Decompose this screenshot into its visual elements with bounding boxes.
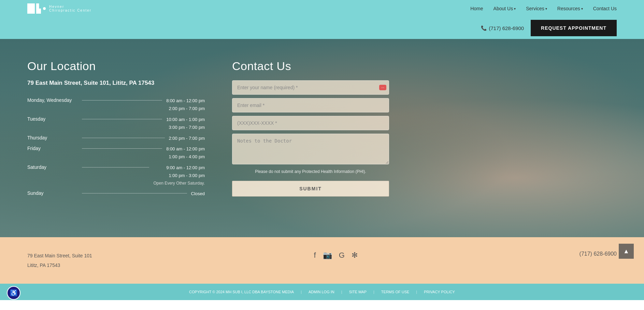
hours-times: 10:00 am - 1:00 pm 3:00 pm - 7:00 pm: [166, 116, 205, 132]
hours-row-sat: Saturday 9:00 am - 12:00 pm 1:00 pm - 3:…: [27, 164, 205, 187]
logo-rect2: [36, 3, 41, 14]
admin-login-link[interactable]: ADMIN LOG IN: [309, 290, 334, 294]
phone-link[interactable]: 📞 (717) 628-6900: [481, 25, 524, 31]
hours-divider: [82, 148, 162, 149]
hours-day-label: Tuesday: [27, 116, 82, 122]
main-nav: Home About Us ▾ Services ▾ Resources ▾ C…: [470, 6, 617, 11]
phone-number: (717) 628-6900: [489, 25, 524, 31]
separator: |: [373, 290, 374, 294]
hours-day-label: Monday, Wednesday: [27, 97, 82, 103]
chevron-down-icon: ▾: [581, 7, 583, 11]
hours-times: 8:00 am - 12:00 pm 1:00 pm - 4:00 pm: [166, 145, 205, 161]
hours-divider: [82, 138, 165, 138]
logo-text: Hevner Chiropractic Center: [49, 5, 91, 12]
logo[interactable]: Hevner Chiropractic Center: [27, 3, 91, 14]
hours-times: 9:00 am - 12:00 pm 1:00 pm - 3:00 pm Ope…: [153, 164, 205, 187]
hours-row-tue: Tuesday 10:00 am - 1:00 pm 3:00 pm - 7:0…: [27, 116, 205, 132]
chevron-down-icon: ▾: [545, 7, 547, 11]
nav-resources[interactable]: Resources ▾: [557, 6, 583, 11]
nav-home[interactable]: Home: [470, 6, 483, 11]
footer-phone: (717) 628-6900: [579, 251, 617, 257]
separator: |: [341, 290, 342, 294]
hours-day-label: Friday: [27, 145, 82, 151]
submit-button[interactable]: SUBMIT: [232, 181, 389, 197]
hours-day-label: Saturday: [27, 164, 82, 170]
hours-divider: [82, 167, 149, 167]
hours-day-label: Thursday: [27, 134, 82, 140]
separator: |: [301, 290, 302, 294]
contact-title: Contact Us: [232, 59, 389, 73]
copyright-text: COPYRIGHT © 2024 MH SUB I, LLC DBA BAYST…: [189, 290, 294, 294]
hours-note: Open Every Other Saturday.: [153, 180, 205, 187]
footer-main: 79 East Main Street, Suite 101 Lititz, P…: [0, 237, 644, 284]
nav-services[interactable]: Services ▾: [526, 6, 547, 11]
hours-row-sun: Sunday Closed: [27, 190, 205, 198]
header-top: Hevner Chiropractic Center Home About Us…: [0, 0, 644, 17]
logo-icon: [27, 3, 46, 14]
hours-divider: [82, 193, 187, 193]
logo-name: Hevner: [49, 5, 91, 9]
location-address: 79 East Main Street, Suite 101, Lititz, …: [27, 80, 205, 86]
request-appointment-button[interactable]: REQUEST APPOINTMENT: [531, 20, 617, 36]
site-header: Hevner Chiropractic Center Home About Us…: [0, 0, 644, 39]
sitemap-link[interactable]: SITE MAP: [349, 290, 367, 294]
logo-subtext: Chiropractic Center: [49, 9, 91, 12]
location-section: Our Location 79 East Main Street, Suite …: [27, 59, 205, 217]
nav-resources-label: Resources: [557, 6, 580, 11]
footer-address-line1: 79 East Main Street, Suite 101: [27, 251, 92, 260]
hours-day-label: Sunday: [27, 190, 82, 196]
nav-about[interactable]: About Us ▾: [493, 6, 516, 11]
terms-link[interactable]: TERMS OF USE: [381, 290, 410, 294]
hero-section: Our Location 79 East Main Street, Suite …: [0, 39, 644, 237]
phone-input[interactable]: [232, 116, 389, 130]
yelp-icon[interactable]: ✻: [352, 251, 358, 260]
google-icon[interactable]: G: [339, 251, 345, 260]
privacy-link[interactable]: PRIVACY POLICY: [424, 290, 455, 294]
chevron-down-icon: ▾: [514, 7, 516, 11]
name-field-wrapper: ···: [232, 80, 389, 95]
action-bar: 📞 (717) 628-6900 REQUEST APPOINTMENT: [0, 17, 644, 39]
hours-divider: [82, 100, 162, 100]
accessibility-button[interactable]: ♿: [7, 286, 20, 300]
phone-icon: 📞: [481, 25, 487, 31]
footer-address: 79 East Main Street, Suite 101 Lititz, P…: [27, 251, 92, 270]
hours-row-fri: Friday 8:00 am - 12:00 pm 1:00 pm - 4:00…: [27, 145, 205, 161]
nav-services-label: Services: [526, 6, 544, 11]
name-input[interactable]: [232, 80, 389, 95]
footer-address-line2: Lititz, PA 17543: [27, 260, 92, 270]
nav-contact[interactable]: Contact Us: [593, 6, 617, 11]
instagram-icon[interactable]: 📷: [323, 251, 332, 260]
separator: |: [416, 290, 417, 294]
facebook-icon[interactable]: f: [314, 251, 316, 260]
logo-dot: [43, 7, 46, 10]
hours-times: 2:00 pm - 7:00 pm: [169, 134, 205, 142]
name-icon-button[interactable]: ···: [379, 85, 386, 90]
hours-row-thu: Thursday 2:00 pm - 7:00 pm: [27, 134, 205, 142]
hero-content: Our Location 79 East Main Street, Suite …: [0, 39, 644, 237]
hours-row-mon-wed: Monday, Wednesday 8:00 am - 12:00 pm 2:0…: [27, 97, 205, 113]
footer-social: f 📷 G ✻: [314, 251, 358, 260]
hours-divider: [82, 119, 162, 119]
footer-bottom: COPYRIGHT © 2024 MH SUB I, LLC DBA BAYST…: [0, 284, 644, 300]
notes-textarea[interactable]: [232, 134, 389, 164]
phi-note: Please do not submit any Protected Healt…: [232, 169, 389, 174]
scroll-top-button[interactable]: ▲: [619, 244, 634, 259]
contact-section: Contact Us ··· Please do not submit any …: [232, 59, 389, 217]
logo-rect1: [27, 3, 35, 14]
location-title: Our Location: [27, 59, 205, 73]
email-input[interactable]: [232, 98, 389, 112]
hours-list: Monday, Wednesday 8:00 am - 12:00 pm 2:0…: [27, 97, 205, 198]
hours-times: 8:00 am - 12:00 pm 2:00 pm - 7:00 pm: [166, 97, 205, 113]
hours-times: Closed: [191, 190, 205, 198]
nav-about-label: About Us: [493, 6, 513, 11]
